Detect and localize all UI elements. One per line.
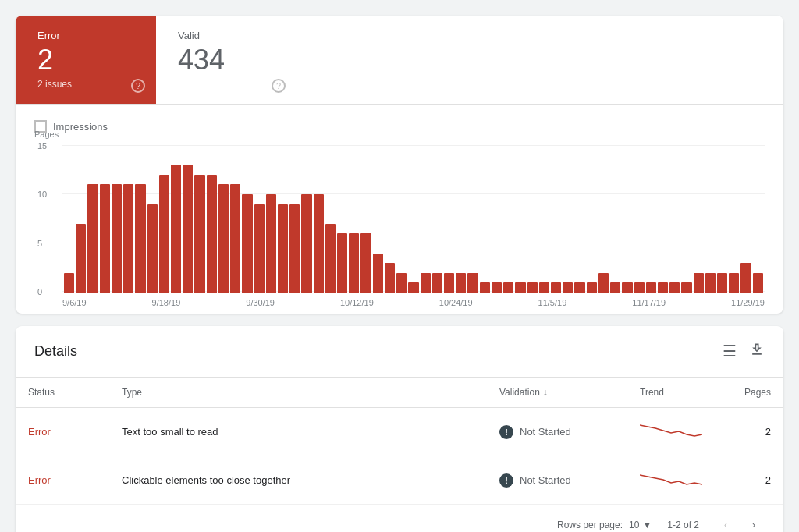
chart-bar bbox=[408, 282, 418, 293]
table-row: ErrorText too small to read!Not Started2 bbox=[16, 408, 783, 456]
page-nav: ‹ › bbox=[715, 514, 765, 532]
x-axis-label: 10/12/19 bbox=[340, 298, 374, 307]
trend-sparkline bbox=[640, 419, 702, 442]
x-axis-label: 9/18/19 bbox=[152, 298, 181, 307]
page-info: 1-2 of 2 bbox=[667, 520, 699, 530]
rows-per-page-select[interactable]: 10 ▼ bbox=[629, 520, 652, 530]
row-pages: 2 bbox=[721, 456, 783, 505]
col-validation: Validation ↓ bbox=[487, 378, 627, 408]
status-error-label: Error bbox=[28, 474, 51, 486]
row-trend bbox=[627, 456, 721, 505]
chart-bar bbox=[717, 273, 727, 293]
chart-bar bbox=[87, 184, 98, 293]
chart-bar bbox=[123, 184, 133, 293]
pagination: Rows per page: 10 ▼ 1-2 of 2 ‹ › bbox=[16, 504, 783, 532]
error-tab-number: 2 bbox=[37, 46, 134, 74]
error-tab-label: Error bbox=[37, 30, 134, 41]
chart-bar bbox=[230, 184, 240, 293]
row-status: Error bbox=[16, 408, 109, 456]
error-tab-sub: 2 issues bbox=[37, 79, 134, 90]
table-header-row: Status Type Validation ↓ Trend Pages bbox=[16, 378, 783, 408]
chart-bar bbox=[705, 273, 716, 293]
col-pages: Pages bbox=[721, 378, 783, 408]
chart-bar bbox=[396, 273, 407, 293]
row-status: Error bbox=[16, 456, 109, 505]
x-labels: 9/6/199/18/199/30/1910/12/1910/24/1911/5… bbox=[62, 293, 765, 307]
chart-bar bbox=[658, 282, 668, 293]
chart-bar bbox=[444, 273, 454, 293]
impressions-checkbox[interactable]: Impressions bbox=[34, 120, 765, 133]
chart-bar bbox=[159, 175, 169, 293]
chart-bar bbox=[314, 194, 324, 293]
not-started-label: Not Started bbox=[520, 474, 571, 486]
chart-bar bbox=[183, 165, 193, 293]
chart-bar bbox=[563, 282, 573, 293]
next-page-button[interactable]: › bbox=[743, 514, 765, 532]
x-axis-label: 11/5/19 bbox=[538, 298, 567, 307]
chart-bar bbox=[301, 194, 311, 293]
chart-bar bbox=[242, 194, 252, 293]
chart-y-label: Pages bbox=[34, 129, 59, 139]
chart-bar bbox=[147, 204, 158, 293]
chart-bar bbox=[753, 273, 763, 293]
download-icon[interactable] bbox=[749, 342, 765, 361]
chart-bar bbox=[527, 282, 538, 293]
chart-bar bbox=[681, 282, 691, 293]
chart-bar bbox=[480, 282, 490, 293]
row-validation: !Not Started bbox=[487, 456, 627, 505]
chart-bar bbox=[194, 175, 204, 293]
chart-bar bbox=[740, 263, 751, 293]
x-axis-label: 11/29/19 bbox=[731, 298, 765, 307]
chart-bar bbox=[467, 273, 478, 293]
filter-icon[interactable]: ☰ bbox=[723, 342, 737, 361]
chart-bar bbox=[289, 204, 300, 293]
chart-bar bbox=[551, 282, 561, 293]
validation-status-icon: ! bbox=[499, 425, 513, 439]
chart-bar bbox=[669, 282, 680, 293]
status-error-label: Error bbox=[28, 426, 51, 438]
chart-bar bbox=[634, 282, 645, 293]
chart-bar bbox=[492, 282, 502, 293]
details-header: Details ☰ bbox=[16, 326, 783, 378]
details-actions: ☰ bbox=[723, 342, 765, 361]
x-axis-label: 9/6/19 bbox=[62, 298, 87, 307]
status-tabs: Error 2 2 issues ? Valid 434 ? bbox=[16, 16, 783, 105]
chart-bar bbox=[218, 184, 229, 293]
col-trend: Trend bbox=[627, 378, 721, 408]
details-card: Details ☰ Status Type Validation bbox=[16, 326, 783, 532]
x-axis-label: 10/24/19 bbox=[439, 298, 473, 307]
chart-inner: 15 10 5 0 bbox=[62, 145, 765, 293]
valid-tab-number: 434 bbox=[178, 46, 275, 74]
chart-bar bbox=[349, 233, 359, 293]
chart-bar bbox=[515, 282, 525, 293]
table-row: ErrorClickable elements too close togeth… bbox=[16, 456, 783, 505]
row-pages: 2 bbox=[721, 408, 783, 456]
chart-bar bbox=[646, 282, 656, 293]
details-title: Details bbox=[34, 343, 77, 360]
grid-label-5: 5 bbox=[37, 239, 42, 248]
chart-bar bbox=[100, 184, 110, 293]
row-validation: !Not Started bbox=[487, 408, 627, 456]
grid-label-0: 0 bbox=[37, 287, 42, 296]
error-tab[interactable]: Error 2 2 issues ? bbox=[16, 16, 156, 104]
chart-bar bbox=[432, 273, 442, 293]
row-type: Clickable elements too close together bbox=[109, 456, 487, 505]
chart-bar bbox=[694, 273, 704, 293]
prev-page-button[interactable]: ‹ bbox=[715, 514, 737, 532]
chart-bar bbox=[421, 273, 431, 293]
chart-bar bbox=[254, 204, 265, 293]
chart-bar bbox=[171, 165, 181, 293]
rows-per-page-label: Rows per page: bbox=[557, 520, 623, 530]
error-help-icon[interactable]: ? bbox=[131, 79, 145, 93]
chart-bar bbox=[360, 233, 371, 293]
grid-label-15: 15 bbox=[37, 141, 47, 151]
valid-tab[interactable]: Valid 434 ? bbox=[156, 16, 297, 104]
chart-bar bbox=[112, 184, 122, 293]
chart-bar bbox=[266, 194, 276, 293]
valid-help-icon[interactable]: ? bbox=[272, 79, 286, 93]
chart-bar bbox=[587, 282, 597, 293]
chart-bar bbox=[325, 224, 336, 293]
col-status: Status bbox=[16, 378, 109, 408]
col-type: Type bbox=[109, 378, 487, 408]
chart-bar bbox=[610, 282, 620, 293]
